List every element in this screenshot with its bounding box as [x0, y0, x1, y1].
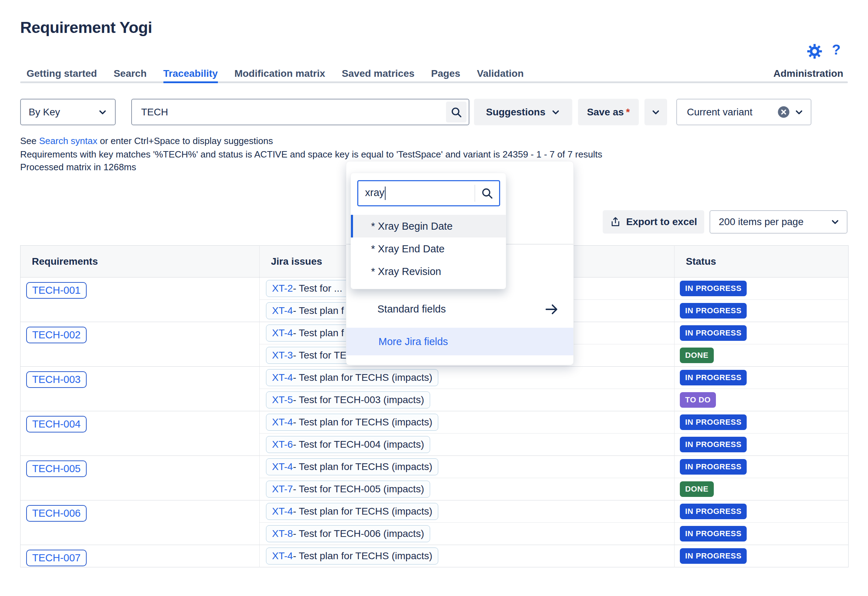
jira-issue-chip[interactable]: XT-8 - Test for TECH-006 (impacts) — [266, 525, 430, 542]
table-row: TECH-004XT-4 - Test plan for TECHS (impa… — [21, 411, 849, 433]
table-row: TECH-006XT-4 - Test plan for TECHS (impa… — [21, 500, 849, 523]
help-icon[interactable]: ? — [832, 42, 840, 58]
status-badge: IN PROGRESS — [680, 548, 747, 564]
jira-issue-key: XT-5 — [272, 394, 293, 405]
jira-issue-summary: - Test for ... — [293, 283, 342, 294]
jira-issue-key: XT-4 — [272, 417, 293, 428]
tab-saved-matrices[interactable]: Saved matrices — [342, 67, 414, 83]
column-header-requirements: Requirements — [21, 245, 260, 278]
jira-issue-key: XT-8 — [272, 528, 293, 539]
page-title: Requirement Yogi — [20, 18, 152, 37]
field-suggestion[interactable]: * Xray Revision — [351, 260, 506, 283]
field-suggestion-label: * Xray Begin Date — [371, 220, 453, 232]
required-asterisk: * — [626, 106, 630, 118]
standard-fields-item[interactable]: Standard fields — [346, 291, 573, 328]
status-badge: IN PROGRESS — [680, 526, 747, 541]
jira-issue-key: XT-4 — [272, 327, 293, 339]
tab-validation[interactable]: Validation — [477, 67, 524, 83]
items-per-page-value: 200 items per page — [719, 216, 804, 228]
search-input[interactable]: TECH — [131, 99, 469, 125]
tab-modification-matrix[interactable]: Modification matrix — [235, 67, 325, 83]
gear-icon[interactable] — [806, 43, 823, 59]
syntax-help-text: See Search syntax or enter Ctrl+Space to… — [20, 136, 273, 146]
jira-issue-key: XT-6 — [272, 439, 293, 450]
tab-administration[interactable]: Administration — [773, 67, 843, 80]
items-per-page-select[interactable]: 200 items per page — [710, 210, 847, 234]
status-badge: IN PROGRESS — [680, 303, 747, 318]
jira-issue-key: XT-2 — [272, 283, 293, 294]
chevron-down-icon — [98, 108, 107, 117]
jira-issue-chip[interactable]: XT-4 - Test plan for TECHS (impacts) — [266, 547, 438, 565]
status-badge: DONE — [680, 348, 714, 363]
suggestions-button[interactable]: Suggestions — [474, 99, 572, 125]
requirement-badge[interactable]: TECH-001 — [26, 282, 87, 299]
status-badge: TO DO — [680, 392, 716, 408]
jira-issue-key: XT-4 — [272, 461, 293, 472]
jira-issue-summary: - Test for TECH-003 (impacts) — [293, 394, 424, 405]
arrow-right-icon — [544, 302, 559, 317]
search-icon — [481, 187, 493, 200]
field-search-input[interactable]: xray — [357, 180, 500, 206]
search-syntax-link[interactable]: Search syntax — [39, 136, 97, 146]
field-suggestion[interactable]: * Xray Begin Date — [351, 215, 506, 238]
chevron-down-icon — [651, 108, 660, 117]
requirement-yogi-page: Requirement Yogi ? Getting startedSearch… — [0, 0, 868, 596]
jira-issue-chip[interactable]: XT-6 - Test for TECH-004 (impacts) — [266, 436, 430, 453]
more-jira-fields-item[interactable]: More Jira fields — [346, 328, 573, 355]
jira-issue-summary: - Test plan f — [293, 327, 344, 339]
field-search-value: xray — [365, 186, 475, 200]
chevron-down-icon — [831, 217, 840, 226]
requirement-badge[interactable]: TECH-003 — [26, 371, 87, 388]
export-label: Export to excel — [626, 216, 697, 228]
requirement-badge[interactable]: TECH-004 — [26, 416, 87, 432]
jira-issue-summary: - Test for TECH-005 (impacts) — [293, 484, 424, 495]
jira-issue-summary: - Test plan for TECHS (impacts) — [293, 372, 432, 383]
status-badge: IN PROGRESS — [680, 325, 747, 341]
processing-time-text: Processed matrix in 1268ms — [20, 162, 136, 173]
jira-issue-chip[interactable]: XT-4 - Test plan for TECHS (impacts) — [266, 503, 438, 520]
requirement-badge[interactable]: TECH-002 — [26, 327, 87, 343]
tab-getting-started[interactable]: Getting started — [27, 67, 97, 83]
requirement-badge[interactable]: TECH-005 — [26, 460, 87, 477]
search-mode-select[interactable]: By Key — [20, 99, 116, 125]
requirement-badge[interactable]: TECH-006 — [26, 505, 87, 522]
clear-variant-icon[interactable] — [777, 105, 790, 118]
jira-issue-chip[interactable]: XT-4 - Test plan for TECHS (impacts) — [266, 458, 438, 475]
jira-issue-summary: - Test for TE — [293, 350, 346, 361]
column-header-status: Status — [675, 245, 849, 278]
jira-issue-chip[interactable]: XT-4 - Test plan for TECHS (impacts) — [266, 369, 438, 386]
jira-issue-summary: - Test plan f — [293, 305, 344, 316]
jira-issue-summary: - Test plan for TECHS (impacts) — [293, 461, 432, 472]
variant-select[interactable]: Current variant — [676, 99, 811, 125]
input-divider — [475, 185, 475, 202]
tab-search[interactable]: Search — [114, 67, 146, 83]
jira-issue-chip[interactable]: XT-5 - Test for TECH-003 (impacts) — [266, 392, 430, 408]
jira-issue-summary: - Test for TECH-004 (impacts) — [293, 439, 424, 450]
jira-issue-key: XT-4 — [272, 550, 293, 562]
suggestions-label: Suggestions — [486, 106, 545, 118]
text-caret — [385, 186, 386, 200]
variant-value: Current variant — [687, 106, 752, 118]
chevron-down-icon — [794, 108, 804, 117]
jira-issue-summary: - Test plan for TECHS (impacts) — [293, 506, 432, 517]
jira-issue-chip[interactable]: XT-7 - Test for TECH-005 (impacts) — [266, 481, 430, 498]
save-as-menu-button[interactable] — [644, 99, 667, 125]
jira-issue-key: XT-7 — [272, 484, 293, 495]
jira-issue-chip[interactable]: XT-4 - Test plan for TECHS (impacts) — [266, 414, 438, 431]
search-button[interactable] — [446, 102, 466, 123]
status-badge: IN PROGRESS — [680, 281, 747, 296]
search-mode-value: By Key — [29, 106, 60, 118]
jira-issue-summary: - Test for TECH-006 (impacts) — [293, 528, 424, 539]
jira-issue-summary: - Test plan for TECHS (impacts) — [293, 417, 432, 428]
tab-traceability[interactable]: Traceability — [164, 67, 218, 83]
tab-pages[interactable]: Pages — [431, 67, 461, 83]
table-row: TECH-005XT-4 - Test plan for TECHS (impa… — [21, 456, 849, 478]
field-suggestion-label: * Xray Revision — [371, 266, 441, 278]
query-summary-text: Requirements with key matches '%TECH%' a… — [20, 149, 602, 160]
table-row: TECH-003XT-4 - Test plan for TECHS (impa… — [21, 367, 849, 389]
field-suggestion[interactable]: * Xray End Date — [351, 238, 506, 260]
save-as-button[interactable]: Save as * — [578, 99, 639, 125]
tab-bar: Getting startedSearchTraceabilityModific… — [27, 67, 524, 83]
requirement-badge[interactable]: TECH-007 — [26, 550, 87, 566]
export-to-excel-button[interactable]: Export to excel — [603, 210, 704, 234]
